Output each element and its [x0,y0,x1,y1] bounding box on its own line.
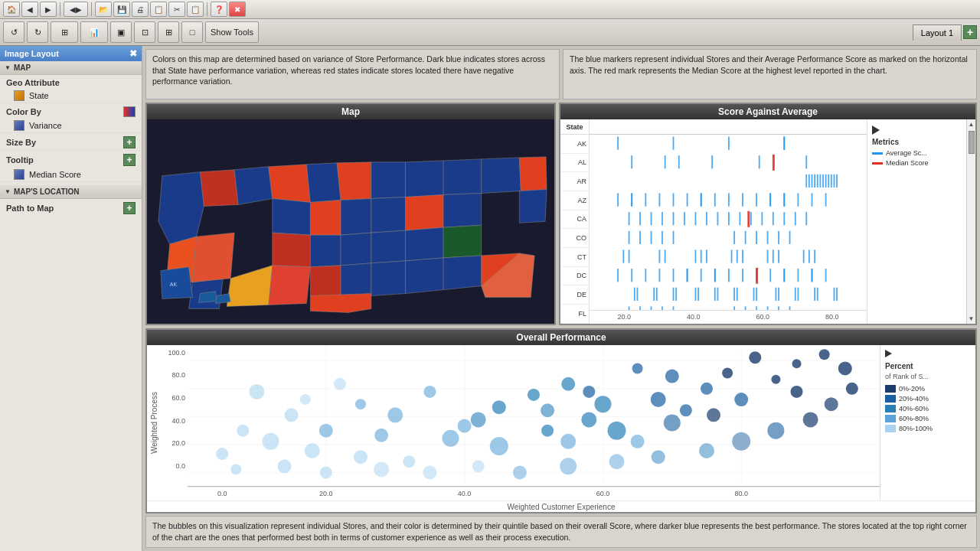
play-icon[interactable] [872,126,880,135]
nav-back-button[interactable]: ◀▶ [64,2,88,17]
svg-marker-23 [371,261,406,296]
view-button2[interactable]: ⊡ [134,21,155,43]
state-col-header: State [560,119,589,135]
open-button[interactable]: 📂 [95,2,112,17]
svg-rect-53 [773,155,775,171]
of-rank-label: of Rank of S... [885,373,971,380]
percent-label: Percent [885,362,971,370]
copy-button[interactable]: 📋 [150,2,167,17]
svg-rect-85 [783,193,785,206]
state-item[interactable]: State [0,89,142,103]
svg-point-204 [680,404,692,416]
svg-rect-81 [617,193,619,206]
variance-icon [14,120,24,131]
save-button[interactable]: 💾 [113,2,130,17]
tooltip-add-button[interactable]: + [123,154,136,166]
svg-rect-89 [662,212,663,225]
svg-point-194 [749,351,761,364]
geo-attribute-label: Geo Attribute [0,75,142,89]
play-button-area[interactable] [872,126,962,135]
forward-button[interactable]: ▶ [40,2,57,17]
score-scrollbar[interactable]: ▲ ▼ [966,119,975,324]
legend-color-20-40 [885,395,896,403]
map-section-label: MAP [14,64,31,72]
scatter-content: Weighted Process 100.0 80.0 60.0 40.0 20… [147,345,975,500]
sidebar-close-icon[interactable]: ✖ [129,48,137,59]
path-to-map-add-button[interactable]: + [123,202,136,214]
median-score-tooltip-item[interactable]: Median Score [0,168,142,182]
undo-button[interactable]: ↺ [3,21,24,43]
svg-rect-142 [673,269,675,282]
svg-rect-139 [825,269,827,282]
svg-rect-145 [742,269,743,282]
legend-60-80: 60%-80% [885,415,971,422]
svg-marker-24 [310,294,371,313]
svg-rect-105 [629,231,630,244]
scatter-panel-title: Overall Performance [147,330,975,345]
svg-point-244 [825,397,838,411]
scroll-up-arrow[interactable]: ▲ [967,119,975,129]
scroll-down-arrow[interactable]: ▼ [967,314,975,324]
svg-marker-26 [405,195,443,231]
svg-rect-113 [673,231,675,244]
svg-rect-130 [706,249,707,262]
view-button1[interactable]: ▣ [110,21,132,43]
map-section-expand-icon[interactable]: ▼ [5,64,11,71]
svg-rect-74 [659,193,661,206]
help-button[interactable]: ❓ [211,2,227,17]
svg-rect-151 [756,268,758,284]
svg-marker-5 [234,167,273,205]
view-button3[interactable]: ⊞ [158,21,179,43]
svg-marker-2 [200,170,238,207]
svg-marker-20 [371,162,406,199]
svg-rect-100 [783,212,785,225]
svg-marker-29 [443,159,482,195]
x-axis-label: Weighted Customer Experience [147,500,975,512]
close-app-button[interactable]: ✖ [229,2,246,17]
svg-rect-43 [728,136,730,149]
score-panel: Score Against Average State AKALARAZCACO… [559,103,977,325]
svg-rect-101 [795,212,796,225]
svg-rect-110 [767,231,769,244]
svg-point-231 [278,459,292,473]
paste-button[interactable]: 📋 [187,2,204,17]
svg-rect-58 [825,174,827,187]
svg-rect-172 [753,288,755,301]
svg-point-222 [249,383,264,399]
maps-location-label: MAP'S LOCATION [14,187,80,196]
size-by-add-button[interactable]: + [123,136,136,148]
scatter-play-button[interactable] [885,350,971,357]
svg-point-240 [699,443,714,458]
maps-location-expand-icon[interactable]: ▼ [5,188,11,195]
display-button[interactable]: □ [181,21,203,43]
svg-point-210 [492,400,506,414]
svg-rect-160 [675,288,677,301]
back-button[interactable]: ◀ [21,2,38,17]
add-layout-button[interactable]: + [963,25,977,39]
svg-point-233 [374,461,389,477]
color-by-icon [123,106,136,117]
home-button[interactable]: 🏠 [3,2,20,17]
svg-rect-135 [659,269,661,282]
scatter-play-icon[interactable] [885,350,892,357]
svg-rect-54 [836,174,838,187]
svg-rect-45 [617,136,619,149]
layout-tab[interactable]: Layout 1 [913,24,962,41]
svg-rect-114 [789,231,791,244]
layout-button[interactable]: ⊞ [51,21,78,43]
svg-marker-27 [405,227,443,261]
svg-point-214 [387,407,403,422]
svg-rect-148 [812,269,813,282]
y-axis-label: Weighted Process [150,392,158,454]
scroll-thumb[interactable] [969,131,975,154]
print-button[interactable]: 🖨 [132,2,149,17]
cut-button[interactable]: ✂ [168,2,185,17]
variance-item[interactable]: Variance [0,119,142,133]
redo-button[interactable]: ↻ [27,21,48,43]
info-text-left: Colors on this map are determined based … [145,49,560,99]
svg-rect-121 [808,249,810,262]
chart-button[interactable]: 📊 [80,21,108,43]
legend-40-60: 40%-60% [885,405,971,412]
svg-marker-14 [269,266,311,305]
show-tools-button[interactable]: Show Tools [205,21,259,43]
